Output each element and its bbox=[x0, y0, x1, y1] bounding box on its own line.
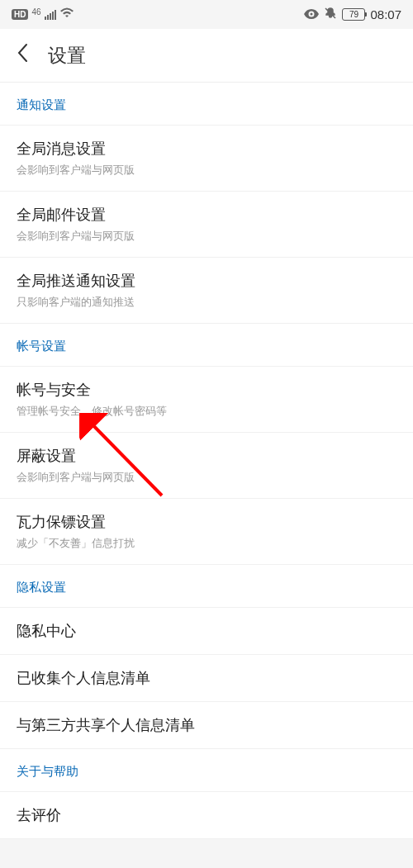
item-desc: 管理帐号安全，修改帐号密码等 bbox=[17, 404, 396, 419]
section-header-account: 帐号设置 bbox=[0, 324, 413, 367]
section-header-privacy: 隐私设置 bbox=[0, 565, 413, 608]
item-collected-info[interactable]: 已收集个人信息清单 bbox=[0, 655, 413, 702]
item-title: 屏蔽设置 bbox=[17, 446, 396, 466]
mute-icon bbox=[324, 7, 337, 22]
eye-icon bbox=[304, 7, 319, 21]
item-title: 与第三方共享个人信息清单 bbox=[17, 715, 396, 735]
item-block[interactable]: 屏蔽设置 会影响到客户端与网页版 bbox=[0, 433, 413, 499]
item-desc: 会影响到客户端与网页版 bbox=[17, 470, 396, 485]
section-header-about: 关于与帮助 bbox=[0, 749, 413, 792]
status-left: HD 46 bbox=[12, 7, 74, 22]
page-title: 设置 bbox=[48, 43, 86, 69]
item-desc: 会影响到客户端与网页版 bbox=[17, 163, 396, 178]
item-rate[interactable]: 去评价 bbox=[0, 792, 413, 839]
item-wali[interactable]: 瓦力保镖设置 减少「不友善」信息打扰 bbox=[0, 499, 413, 565]
status-bar: HD 46 79 08:07 bbox=[0, 0, 413, 29]
clock: 08:07 bbox=[370, 7, 401, 21]
item-title: 已收集个人信息清单 bbox=[17, 668, 396, 688]
content: 通知设置 全局消息设置 会影响到客户端与网页版 全局邮件设置 会影响到客户端与网… bbox=[0, 83, 413, 839]
item-thirdparty-share[interactable]: 与第三方共享个人信息清单 bbox=[0, 702, 413, 749]
item-title: 帐号与安全 bbox=[17, 380, 396, 400]
signal-icon bbox=[45, 10, 56, 20]
hd-badge: HD bbox=[12, 9, 28, 20]
item-title: 去评价 bbox=[17, 805, 396, 825]
item-title: 全局邮件设置 bbox=[17, 205, 396, 225]
item-title: 隐私中心 bbox=[17, 621, 396, 641]
item-title: 瓦力保镖设置 bbox=[17, 512, 396, 532]
item-privacy-center[interactable]: 隐私中心 bbox=[0, 608, 413, 655]
item-account-security[interactable]: 帐号与安全 管理帐号安全，修改帐号密码等 bbox=[0, 367, 413, 433]
section-header-notifications: 通知设置 bbox=[0, 83, 413, 126]
item-title: 全局消息设置 bbox=[17, 139, 396, 159]
item-title: 全局推送通知设置 bbox=[17, 271, 396, 291]
item-global-message[interactable]: 全局消息设置 会影响到客户端与网页版 bbox=[0, 126, 413, 192]
item-desc: 会影响到客户端与网页版 bbox=[17, 229, 396, 244]
wifi-icon bbox=[59, 7, 74, 22]
item-global-mail[interactable]: 全局邮件设置 会影响到客户端与网页版 bbox=[0, 192, 413, 258]
back-button[interactable] bbox=[17, 43, 28, 69]
item-global-push[interactable]: 全局推送通知设置 只影响客户端的通知推送 bbox=[0, 258, 413, 324]
battery-icon: 79 bbox=[342, 8, 365, 21]
header: 设置 bbox=[0, 29, 413, 83]
item-desc: 只影响客户端的通知推送 bbox=[17, 295, 396, 310]
status-right: 79 08:07 bbox=[304, 7, 401, 22]
item-desc: 减少「不友善」信息打扰 bbox=[17, 536, 396, 551]
network-4g: 46 bbox=[31, 7, 40, 17]
